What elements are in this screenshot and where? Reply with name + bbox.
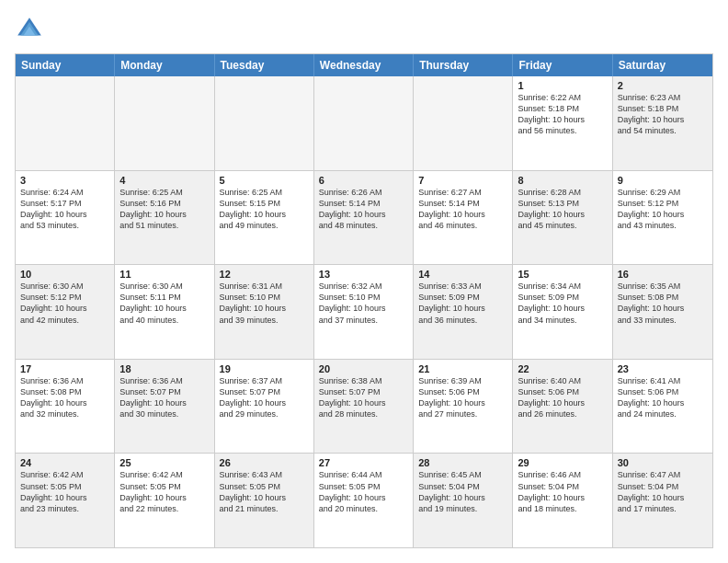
day-number: 14 bbox=[418, 269, 507, 280]
cell-info: Sunrise: 6:33 AM Sunset: 5:09 PM Dayligh… bbox=[418, 281, 507, 326]
cell-info: Sunrise: 6:39 AM Sunset: 5:06 PM Dayligh… bbox=[418, 375, 507, 420]
calendar-cell: 8Sunrise: 6:28 AM Sunset: 5:13 PM Daylig… bbox=[513, 171, 612, 265]
calendar-cell: 24Sunrise: 6:42 AM Sunset: 5:05 PM Dayli… bbox=[16, 454, 115, 547]
cell-info: Sunrise: 6:43 AM Sunset: 5:05 PM Dayligh… bbox=[220, 469, 309, 514]
calendar-cell: 14Sunrise: 6:33 AM Sunset: 5:09 PM Dayli… bbox=[414, 265, 513, 359]
calendar-row: 3Sunrise: 6:24 AM Sunset: 5:17 PM Daylig… bbox=[16, 171, 712, 266]
day-number: 16 bbox=[618, 269, 708, 280]
day-number: 8 bbox=[518, 175, 607, 186]
calendar-cell: 6Sunrise: 6:26 AM Sunset: 5:14 PM Daylig… bbox=[314, 171, 414, 265]
calendar-cell: 11Sunrise: 6:30 AM Sunset: 5:11 PM Dayli… bbox=[115, 265, 214, 359]
calendar-cell: 19Sunrise: 6:37 AM Sunset: 5:07 PM Dayli… bbox=[215, 360, 314, 454]
day-number: 18 bbox=[119, 363, 209, 374]
calendar-cell: 5Sunrise: 6:25 AM Sunset: 5:15 PM Daylig… bbox=[215, 171, 314, 265]
cell-info: Sunrise: 6:24 AM Sunset: 5:17 PM Dayligh… bbox=[20, 187, 109, 232]
calendar-row: 17Sunrise: 6:36 AM Sunset: 5:08 PM Dayli… bbox=[16, 360, 712, 454]
day-header: Monday bbox=[115, 54, 214, 76]
day-number: 28 bbox=[418, 457, 507, 468]
day-number: 21 bbox=[418, 363, 507, 374]
day-number: 5 bbox=[220, 175, 309, 186]
calendar-cell: 1Sunrise: 6:22 AM Sunset: 5:18 PM Daylig… bbox=[513, 76, 612, 170]
cell-info: Sunrise: 6:25 AM Sunset: 5:16 PM Dayligh… bbox=[119, 187, 209, 232]
day-number: 10 bbox=[20, 269, 109, 280]
cell-info: Sunrise: 6:36 AM Sunset: 5:07 PM Dayligh… bbox=[119, 375, 209, 420]
cell-info: Sunrise: 6:22 AM Sunset: 5:18 PM Dayligh… bbox=[518, 92, 607, 137]
day-header: Sunday bbox=[16, 54, 115, 76]
cell-info: Sunrise: 6:28 AM Sunset: 5:13 PM Dayligh… bbox=[518, 187, 607, 232]
calendar: SundayMondayTuesdayWednesdayThursdayFrid… bbox=[15, 53, 713, 548]
calendar-cell: 3Sunrise: 6:24 AM Sunset: 5:17 PM Daylig… bbox=[16, 171, 115, 265]
day-header: Wednesday bbox=[314, 54, 414, 76]
calendar-cell: 30Sunrise: 6:47 AM Sunset: 5:04 PM Dayli… bbox=[613, 454, 712, 547]
cell-info: Sunrise: 6:34 AM Sunset: 5:09 PM Dayligh… bbox=[518, 281, 607, 326]
day-number: 3 bbox=[20, 175, 109, 186]
cell-info: Sunrise: 6:37 AM Sunset: 5:07 PM Dayligh… bbox=[220, 375, 309, 420]
cell-info: Sunrise: 6:42 AM Sunset: 5:05 PM Dayligh… bbox=[119, 469, 209, 514]
cell-info: Sunrise: 6:30 AM Sunset: 5:11 PM Dayligh… bbox=[119, 281, 209, 326]
cell-info: Sunrise: 6:35 AM Sunset: 5:08 PM Dayligh… bbox=[618, 281, 708, 326]
day-number: 30 bbox=[618, 457, 708, 468]
cell-info: Sunrise: 6:45 AM Sunset: 5:04 PM Dayligh… bbox=[418, 469, 507, 514]
cell-info: Sunrise: 6:47 AM Sunset: 5:04 PM Dayligh… bbox=[618, 469, 708, 514]
day-number: 25 bbox=[119, 457, 209, 468]
day-number: 12 bbox=[220, 269, 309, 280]
calendar-cell: 26Sunrise: 6:43 AM Sunset: 5:05 PM Dayli… bbox=[215, 454, 314, 547]
calendar-cell: 10Sunrise: 6:30 AM Sunset: 5:12 PM Dayli… bbox=[16, 265, 115, 359]
calendar-cell bbox=[215, 76, 314, 170]
calendar-cell: 23Sunrise: 6:41 AM Sunset: 5:06 PM Dayli… bbox=[613, 360, 712, 454]
calendar-cell: 20Sunrise: 6:38 AM Sunset: 5:07 PM Dayli… bbox=[314, 360, 414, 454]
calendar-cell: 17Sunrise: 6:36 AM Sunset: 5:08 PM Dayli… bbox=[16, 360, 115, 454]
calendar-cell bbox=[414, 76, 513, 170]
day-number: 19 bbox=[220, 363, 309, 374]
calendar-cell: 7Sunrise: 6:27 AM Sunset: 5:14 PM Daylig… bbox=[414, 171, 513, 265]
day-number: 17 bbox=[20, 363, 109, 374]
cell-info: Sunrise: 6:32 AM Sunset: 5:10 PM Dayligh… bbox=[319, 281, 408, 326]
cell-info: Sunrise: 6:27 AM Sunset: 5:14 PM Dayligh… bbox=[418, 187, 507, 232]
calendar-cell: 16Sunrise: 6:35 AM Sunset: 5:08 PM Dayli… bbox=[613, 265, 712, 359]
day-number: 2 bbox=[618, 80, 708, 91]
day-number: 11 bbox=[119, 269, 209, 280]
cell-info: Sunrise: 6:36 AM Sunset: 5:08 PM Dayligh… bbox=[20, 375, 109, 420]
calendar-cell: 2Sunrise: 6:23 AM Sunset: 5:18 PM Daylig… bbox=[613, 76, 712, 170]
page: SundayMondayTuesdayWednesdayThursdayFrid… bbox=[0, 0, 728, 563]
day-headers: SundayMondayTuesdayWednesdayThursdayFrid… bbox=[16, 54, 712, 76]
calendar-cell: 28Sunrise: 6:45 AM Sunset: 5:04 PM Dayli… bbox=[414, 454, 513, 547]
calendar-cell: 4Sunrise: 6:25 AM Sunset: 5:16 PM Daylig… bbox=[115, 171, 214, 265]
day-number: 4 bbox=[119, 175, 209, 186]
day-number: 24 bbox=[20, 457, 109, 468]
calendar-cell bbox=[115, 76, 214, 170]
calendar-cell: 21Sunrise: 6:39 AM Sunset: 5:06 PM Dayli… bbox=[414, 360, 513, 454]
calendar-cell: 13Sunrise: 6:32 AM Sunset: 5:10 PM Dayli… bbox=[314, 265, 414, 359]
day-number: 7 bbox=[418, 175, 507, 186]
cell-info: Sunrise: 6:23 AM Sunset: 5:18 PM Dayligh… bbox=[618, 92, 708, 137]
day-header: Tuesday bbox=[215, 54, 314, 76]
header bbox=[15, 15, 713, 44]
calendar-row: 24Sunrise: 6:42 AM Sunset: 5:05 PM Dayli… bbox=[16, 454, 712, 547]
calendar-grid: 1Sunrise: 6:22 AM Sunset: 5:18 PM Daylig… bbox=[16, 76, 712, 547]
calendar-cell: 18Sunrise: 6:36 AM Sunset: 5:07 PM Dayli… bbox=[115, 360, 214, 454]
cell-info: Sunrise: 6:25 AM Sunset: 5:15 PM Dayligh… bbox=[220, 187, 309, 232]
logo bbox=[15, 15, 48, 44]
day-number: 1 bbox=[518, 80, 607, 91]
cell-info: Sunrise: 6:26 AM Sunset: 5:14 PM Dayligh… bbox=[319, 187, 408, 232]
calendar-cell: 22Sunrise: 6:40 AM Sunset: 5:06 PM Dayli… bbox=[513, 360, 612, 454]
calendar-cell bbox=[314, 76, 414, 170]
day-number: 6 bbox=[319, 175, 408, 186]
calendar-cell: 9Sunrise: 6:29 AM Sunset: 5:12 PM Daylig… bbox=[613, 171, 712, 265]
cell-info: Sunrise: 6:38 AM Sunset: 5:07 PM Dayligh… bbox=[319, 375, 408, 420]
day-number: 15 bbox=[518, 269, 607, 280]
cell-info: Sunrise: 6:40 AM Sunset: 5:06 PM Dayligh… bbox=[518, 375, 607, 420]
calendar-cell: 12Sunrise: 6:31 AM Sunset: 5:10 PM Dayli… bbox=[215, 265, 314, 359]
cell-info: Sunrise: 6:31 AM Sunset: 5:10 PM Dayligh… bbox=[220, 281, 309, 326]
calendar-row: 1Sunrise: 6:22 AM Sunset: 5:18 PM Daylig… bbox=[16, 76, 712, 171]
calendar-row: 10Sunrise: 6:30 AM Sunset: 5:12 PM Dayli… bbox=[16, 265, 712, 360]
cell-info: Sunrise: 6:41 AM Sunset: 5:06 PM Dayligh… bbox=[618, 375, 708, 420]
day-number: 22 bbox=[518, 363, 607, 374]
day-header: Thursday bbox=[414, 54, 513, 76]
calendar-cell: 27Sunrise: 6:44 AM Sunset: 5:05 PM Dayli… bbox=[314, 454, 414, 547]
day-number: 26 bbox=[220, 457, 309, 468]
cell-info: Sunrise: 6:30 AM Sunset: 5:12 PM Dayligh… bbox=[20, 281, 109, 326]
day-header: Saturday bbox=[613, 54, 712, 76]
cell-info: Sunrise: 6:44 AM Sunset: 5:05 PM Dayligh… bbox=[319, 469, 408, 514]
cell-info: Sunrise: 6:46 AM Sunset: 5:04 PM Dayligh… bbox=[518, 469, 607, 514]
